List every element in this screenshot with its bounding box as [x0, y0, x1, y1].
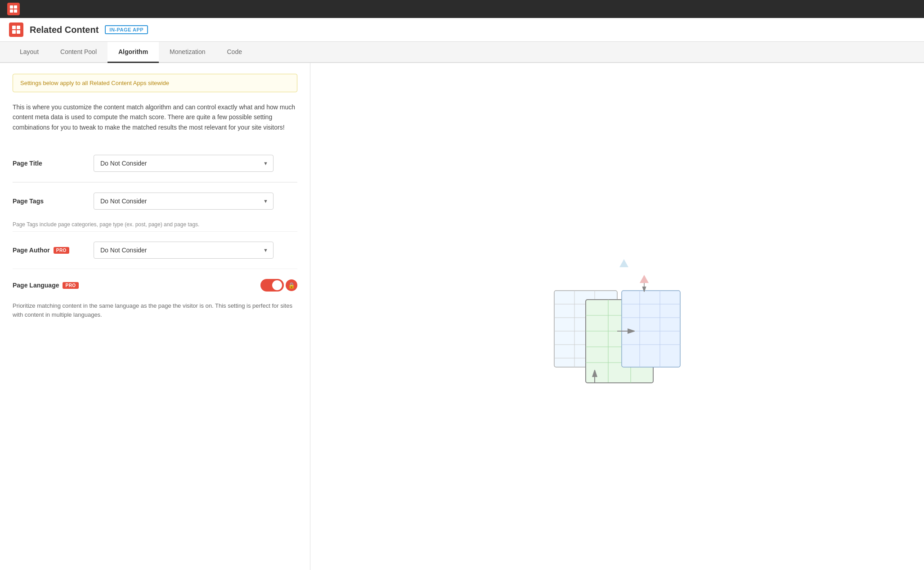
- svg-rect-3: [14, 9, 17, 13]
- svg-rect-5: [17, 26, 20, 29]
- tab-content-pool[interactable]: Content Pool: [49, 42, 108, 63]
- page-language-setting: Page Language PRO 🔒 Prioritize matching …: [13, 269, 297, 329]
- main-layout: Settings below apply to all Related Cont…: [0, 63, 924, 570]
- algorithm-illustration: [550, 250, 685, 394]
- toggle-slider: [260, 279, 284, 292]
- tab-algorithm[interactable]: Algorithm: [108, 42, 159, 63]
- page-author-label: Page Author PRO: [13, 247, 85, 254]
- top-bar: [0, 0, 924, 18]
- svg-rect-0: [10, 5, 13, 9]
- page-author-pro-badge: PRO: [54, 247, 69, 254]
- content-panel: Settings below apply to all Related Cont…: [0, 63, 310, 570]
- language-toggle[interactable]: [260, 279, 284, 292]
- svg-rect-2: [10, 9, 13, 13]
- page-title-setting: Page Title Do Not Consider Low Medium Hi…: [13, 145, 297, 182]
- algorithm-description: This is where you customize the content …: [13, 102, 297, 132]
- page-title: Related Content: [30, 25, 99, 35]
- svg-rect-7: [17, 30, 20, 34]
- svg-rect-1: [14, 5, 17, 9]
- tab-monetization[interactable]: Monetization: [159, 42, 216, 63]
- page-tags-select[interactable]: Do Not Consider Low Medium High Very Hig…: [94, 193, 274, 210]
- sitewide-alert: Settings below apply to all Related Cont…: [13, 74, 297, 92]
- page-tags-description: Page Tags include page categories, page …: [13, 221, 297, 232]
- page-tags-label: Page Tags: [13, 197, 85, 205]
- page-header: Related Content IN-PAGE APP: [0, 18, 924, 42]
- tabs-bar: Layout Content Pool Algorithm Monetizati…: [0, 42, 924, 63]
- lang-row-top: Page Language PRO 🔒: [13, 279, 297, 292]
- tab-code[interactable]: Code: [216, 42, 253, 63]
- page-title-select-wrapper: Do Not Consider Low Medium High Very Hig…: [94, 155, 274, 172]
- page-language-label: Page Language PRO: [13, 282, 79, 289]
- page-author-setting: Page Author PRO Do Not Consider Low Medi…: [13, 232, 297, 269]
- page-title-label: Page Title: [13, 160, 85, 167]
- page-author-select[interactable]: Do Not Consider Low Medium High Very Hig…: [94, 242, 274, 259]
- svg-marker-8: [619, 259, 628, 267]
- svg-rect-4: [12, 26, 16, 29]
- page-tags-select-wrapper: Do Not Consider Low Medium High Very Hig…: [94, 193, 274, 210]
- illustration-panel: [310, 63, 924, 570]
- svg-rect-25: [622, 291, 680, 367]
- lock-icon: 🔒: [286, 279, 297, 291]
- svg-rect-6: [12, 30, 16, 34]
- page-language-description: Prioritize matching content in the same …: [13, 301, 297, 319]
- svg-marker-9: [640, 275, 649, 283]
- page-language-pro-badge: PRO: [63, 282, 78, 289]
- page-tags-section: Page Tags Do Not Consider Low Medium Hig…: [13, 182, 297, 232]
- page-title-select[interactable]: Do Not Consider Low Medium High Very Hig…: [94, 155, 274, 172]
- app-logo: [7, 3, 20, 15]
- in-page-badge: IN-PAGE APP: [105, 25, 148, 34]
- tab-layout[interactable]: Layout: [9, 42, 49, 63]
- page-tags-setting: Page Tags Do Not Consider Low Medium Hig…: [13, 182, 297, 220]
- related-content-icon: [9, 22, 23, 37]
- page-author-select-wrapper: Do Not Consider Low Medium High Very Hig…: [94, 242, 274, 259]
- language-toggle-container: 🔒: [260, 279, 297, 292]
